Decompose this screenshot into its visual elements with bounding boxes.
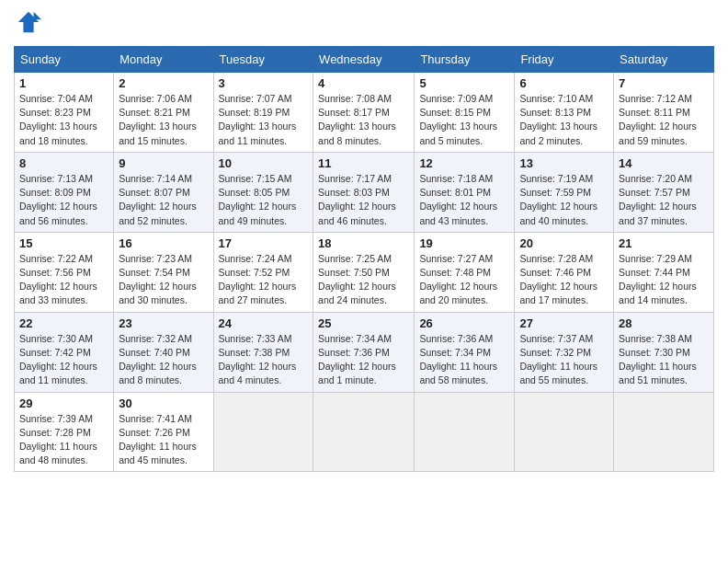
calendar-cell: 20Sunrise: 7:28 AMSunset: 7:46 PMDayligh… [515, 232, 614, 312]
day-detail: Sunrise: 7:08 AMSunset: 8:17 PMDaylight:… [318, 92, 409, 148]
day-detail: Sunrise: 7:20 AMSunset: 7:57 PMDaylight:… [619, 172, 709, 228]
weekday-header-saturday: Saturday [614, 47, 714, 73]
header [14, 9, 714, 39]
calendar-cell [313, 392, 415, 472]
day-detail: Sunrise: 7:14 AMSunset: 8:07 PMDaylight:… [119, 172, 208, 228]
day-number: 22 [19, 316, 108, 330]
weekday-header-tuesday: Tuesday [213, 47, 313, 73]
day-detail: Sunrise: 7:07 AMSunset: 8:19 PMDaylight:… [219, 92, 309, 148]
calendar-cell [614, 392, 714, 472]
calendar-cell: 10Sunrise: 7:15 AMSunset: 8:05 PMDayligh… [213, 152, 313, 232]
calendar-header-row: SundayMondayTuesdayWednesdayThursdayFrid… [15, 47, 714, 73]
calendar-cell: 7Sunrise: 7:12 AMSunset: 8:11 PMDaylight… [614, 73, 714, 153]
calendar-cell: 28Sunrise: 7:38 AMSunset: 7:30 PMDayligh… [614, 312, 714, 392]
day-detail: Sunrise: 7:28 AMSunset: 7:46 PMDaylight:… [519, 252, 609, 308]
day-number: 21 [619, 236, 709, 250]
calendar-cell: 21Sunrise: 7:29 AMSunset: 7:44 PMDayligh… [614, 232, 714, 312]
day-number: 19 [419, 236, 509, 250]
day-detail: Sunrise: 7:06 AMSunset: 8:21 PMDaylight:… [119, 92, 208, 148]
day-detail: Sunrise: 7:23 AMSunset: 7:54 PMDaylight:… [119, 252, 208, 308]
day-number: 25 [318, 316, 409, 330]
day-detail: Sunrise: 7:39 AMSunset: 7:28 PMDaylight:… [19, 412, 108, 468]
page: SundayMondayTuesdayWednesdayThursdayFrid… [0, 0, 728, 563]
calendar-cell: 12Sunrise: 7:18 AMSunset: 8:01 PMDayligh… [415, 152, 515, 232]
day-number: 12 [419, 156, 509, 170]
calendar-cell: 30Sunrise: 7:41 AMSunset: 7:26 PMDayligh… [114, 392, 213, 472]
day-detail: Sunrise: 7:27 AMSunset: 7:48 PMDaylight:… [419, 252, 509, 308]
calendar-cell: 18Sunrise: 7:25 AMSunset: 7:50 PMDayligh… [313, 232, 415, 312]
calendar-cell: 13Sunrise: 7:19 AMSunset: 7:59 PMDayligh… [515, 152, 614, 232]
calendar-cell: 23Sunrise: 7:32 AMSunset: 7:40 PMDayligh… [114, 312, 213, 392]
logo [14, 9, 45, 39]
day-number: 11 [318, 156, 409, 170]
day-number: 23 [119, 316, 208, 330]
calendar-cell: 26Sunrise: 7:36 AMSunset: 7:34 PMDayligh… [415, 312, 515, 392]
day-detail: Sunrise: 7:13 AMSunset: 8:09 PMDaylight:… [19, 172, 108, 228]
day-detail: Sunrise: 7:04 AMSunset: 8:23 PMDaylight:… [19, 92, 108, 148]
day-number: 18 [318, 236, 409, 250]
calendar-cell: 1Sunrise: 7:04 AMSunset: 8:23 PMDaylight… [15, 73, 114, 153]
calendar-cell: 8Sunrise: 7:13 AMSunset: 8:09 PMDaylight… [15, 152, 114, 232]
day-number: 1 [19, 76, 108, 90]
day-number: 8 [19, 156, 108, 170]
day-detail: Sunrise: 7:19 AMSunset: 7:59 PMDaylight:… [519, 172, 609, 228]
day-detail: Sunrise: 7:29 AMSunset: 7:44 PMDaylight:… [619, 252, 709, 308]
day-detail: Sunrise: 7:22 AMSunset: 7:56 PMDaylight:… [19, 252, 108, 308]
day-detail: Sunrise: 7:24 AMSunset: 7:52 PMDaylight:… [219, 252, 309, 308]
calendar-cell: 24Sunrise: 7:33 AMSunset: 7:38 PMDayligh… [213, 312, 313, 392]
day-detail: Sunrise: 7:37 AMSunset: 7:32 PMDaylight:… [519, 332, 609, 388]
day-detail: Sunrise: 7:32 AMSunset: 7:40 PMDaylight:… [119, 332, 208, 388]
calendar-cell [213, 392, 313, 472]
day-detail: Sunrise: 7:41 AMSunset: 7:26 PMDaylight:… [119, 412, 208, 468]
day-number: 5 [419, 76, 509, 90]
day-number: 2 [119, 76, 208, 90]
calendar-week-1: 1Sunrise: 7:04 AMSunset: 8:23 PMDaylight… [15, 73, 714, 153]
day-number: 3 [219, 76, 309, 90]
day-detail: Sunrise: 7:34 AMSunset: 7:36 PMDaylight:… [318, 332, 409, 388]
day-number: 9 [119, 156, 208, 170]
day-detail: Sunrise: 7:36 AMSunset: 7:34 PMDaylight:… [419, 332, 509, 388]
logo-icon [16, 9, 41, 35]
calendar-cell: 22Sunrise: 7:30 AMSunset: 7:42 PMDayligh… [15, 312, 114, 392]
calendar-cell: 17Sunrise: 7:24 AMSunset: 7:52 PMDayligh… [213, 232, 313, 312]
day-detail: Sunrise: 7:18 AMSunset: 8:01 PMDaylight:… [419, 172, 509, 228]
day-number: 28 [619, 316, 709, 330]
calendar-cell [515, 392, 614, 472]
weekday-header-friday: Friday [515, 47, 614, 73]
calendar-cell: 11Sunrise: 7:17 AMSunset: 8:03 PMDayligh… [313, 152, 415, 232]
svg-marker-1 [34, 12, 41, 19]
calendar-cell: 5Sunrise: 7:09 AMSunset: 8:15 PMDaylight… [415, 73, 515, 153]
day-detail: Sunrise: 7:15 AMSunset: 8:05 PMDaylight:… [219, 172, 309, 228]
day-detail: Sunrise: 7:25 AMSunset: 7:50 PMDaylight:… [318, 252, 409, 308]
calendar-cell: 14Sunrise: 7:20 AMSunset: 7:57 PMDayligh… [614, 152, 714, 232]
day-number: 24 [219, 316, 309, 330]
calendar-cell: 3Sunrise: 7:07 AMSunset: 8:19 PMDaylight… [213, 73, 313, 153]
calendar-week-2: 8Sunrise: 7:13 AMSunset: 8:09 PMDaylight… [15, 152, 714, 232]
calendar-cell: 16Sunrise: 7:23 AMSunset: 7:54 PMDayligh… [114, 232, 213, 312]
calendar-cell: 29Sunrise: 7:39 AMSunset: 7:28 PMDayligh… [15, 392, 114, 472]
calendar-week-3: 15Sunrise: 7:22 AMSunset: 7:56 PMDayligh… [15, 232, 714, 312]
day-number: 27 [519, 316, 609, 330]
calendar-week-5: 29Sunrise: 7:39 AMSunset: 7:28 PMDayligh… [15, 392, 714, 472]
day-detail: Sunrise: 7:10 AMSunset: 8:13 PMDaylight:… [519, 92, 609, 148]
calendar-cell: 25Sunrise: 7:34 AMSunset: 7:36 PMDayligh… [313, 312, 415, 392]
day-number: 6 [519, 76, 609, 90]
day-number: 16 [119, 236, 208, 250]
day-number: 26 [419, 316, 509, 330]
weekday-header-wednesday: Wednesday [313, 47, 415, 73]
calendar-cell: 2Sunrise: 7:06 AMSunset: 8:21 PMDaylight… [114, 73, 213, 153]
calendar-cell: 4Sunrise: 7:08 AMSunset: 8:17 PMDaylight… [313, 73, 415, 153]
day-detail: Sunrise: 7:33 AMSunset: 7:38 PMDaylight:… [219, 332, 309, 388]
weekday-header-sunday: Sunday [15, 47, 114, 73]
day-number: 4 [318, 76, 409, 90]
day-number: 29 [19, 396, 108, 410]
day-detail: Sunrise: 7:38 AMSunset: 7:30 PMDaylight:… [619, 332, 709, 388]
calendar-cell [415, 392, 515, 472]
day-number: 14 [619, 156, 709, 170]
day-detail: Sunrise: 7:17 AMSunset: 8:03 PMDaylight:… [318, 172, 409, 228]
weekday-header-thursday: Thursday [415, 47, 515, 73]
day-detail: Sunrise: 7:12 AMSunset: 8:11 PMDaylight:… [619, 92, 709, 148]
day-number: 7 [619, 76, 709, 90]
day-number: 17 [219, 236, 309, 250]
day-number: 30 [119, 396, 208, 410]
